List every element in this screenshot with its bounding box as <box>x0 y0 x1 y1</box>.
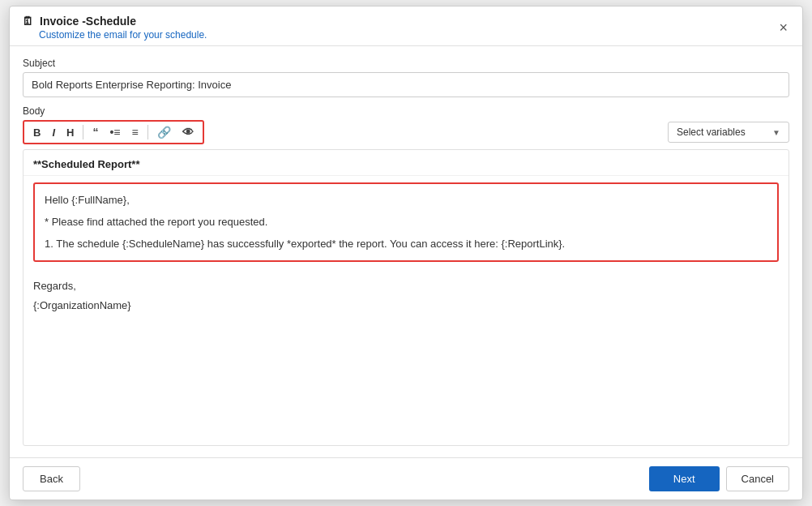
next-button[interactable]: Next <box>649 466 720 491</box>
email-line2: * Please find attached the report you re… <box>45 214 767 231</box>
select-variables-dropdown[interactable]: Select variables ▼ <box>668 122 789 143</box>
cancel-button[interactable]: Cancel <box>726 466 789 491</box>
heading-button[interactable]: H <box>62 125 79 140</box>
toolbar-separator-2 <box>147 125 148 139</box>
ordered-list-button[interactable]: ≡ <box>126 124 143 140</box>
back-button[interactable]: Back <box>23 466 80 491</box>
dialog-header-left: 🗓 Invoice -Schedule Customize the email … <box>21 15 207 41</box>
subject-label: Subject <box>23 58 789 69</box>
body-section: Body B I H “ •≡ ≡ 🔗 👁 Select variables <box>23 105 789 446</box>
editor-area: **Scheduled Report** Hello {:FullName}, … <box>23 149 789 446</box>
link-button[interactable]: 🔗 <box>152 124 176 140</box>
invoice-schedule-dialog: 🗓 Invoice -Schedule Customize the email … <box>9 6 803 500</box>
subject-input[interactable] <box>23 72 789 97</box>
select-variables-label: Select variables <box>677 126 746 138</box>
email-content-box[interactable]: Hello {:FullName}, * Please find attache… <box>33 182 779 262</box>
dialog-footer: Back Next Cancel <box>10 457 802 500</box>
italic-button[interactable]: I <box>47 125 60 140</box>
editor-toolbar: B I H “ •≡ ≡ 🔗 👁 <box>23 120 204 144</box>
footer-left: Back <box>23 466 80 491</box>
dialog-title: 🗓 Invoice -Schedule <box>21 15 207 28</box>
bold-button[interactable]: B <box>28 125 45 140</box>
unordered-list-button[interactable]: •≡ <box>105 124 125 140</box>
preview-button[interactable]: 👁 <box>177 124 199 140</box>
close-button[interactable]: × <box>776 20 791 35</box>
org-name: {:OrganizationName} <box>33 296 779 315</box>
body-label: Body <box>23 105 789 117</box>
email-line3: 1. The schedule {:ScheduleName} has succ… <box>45 236 767 253</box>
chevron-down-icon: ▼ <box>772 128 780 137</box>
footer-right: Next Cancel <box>649 466 789 491</box>
calendar-icon: 🗓 <box>21 15 34 28</box>
scheduled-report-label: **Scheduled Report** <box>24 150 788 176</box>
dialog-header: 🗓 Invoice -Schedule Customize the email … <box>10 6 802 46</box>
toolbar-row: B I H “ •≡ ≡ 🔗 👁 Select variables ▼ <box>23 120 789 144</box>
dialog-subtitle: Customize the email for your schedule. <box>39 29 207 41</box>
regards-text: Regards, <box>33 277 779 295</box>
email-line1: Hello {:FullName}, <box>45 192 767 209</box>
subject-section: Subject <box>23 58 789 97</box>
blockquote-button[interactable]: “ <box>88 124 103 140</box>
toolbar-separator-1 <box>83 125 83 139</box>
regards-section: Regards, {:OrganizationName} <box>24 268 788 323</box>
title-text: Invoice -Schedule <box>40 15 136 28</box>
dialog-body: Subject Body B I H “ •≡ ≡ 🔗 👁 <box>10 46 802 457</box>
